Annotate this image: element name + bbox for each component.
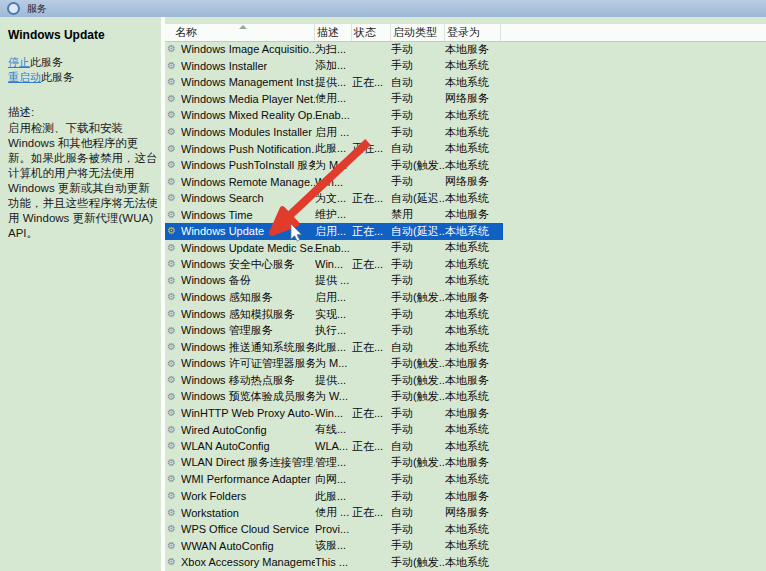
table-row[interactable]: ⚙ Xbox Accessory Manageme... This ... 手动… [165,554,503,571]
table-row[interactable]: ⚙ Workstation 使用 ... 正在... 自动 网络服务 [165,504,503,521]
stop-service-link[interactable]: 停止 [8,56,30,68]
service-rows: ⚙ Windows Image Acquisitio... 为扫... 手动 本… [165,41,766,571]
service-startup-type-cell: 手动 [391,125,445,140]
service-logon-cell: 本地系统 [445,522,501,537]
restart-service-link[interactable]: 重启动 [8,71,41,83]
service-name-cell: Windows Update [181,225,315,237]
service-startup-type-cell: 自动 [391,340,445,355]
sort-ascending-icon [239,25,247,29]
table-row[interactable]: ⚙ Windows 预览体验成员服务 为 W... 手动(触发... 本地系统 [165,388,503,405]
service-name-cell: Windows Update Medic Se... [181,242,315,254]
table-row[interactable]: ⚙ Windows Update Medic Se... Enab... 手动 … [165,240,503,257]
column-header-startup-type[interactable]: 启动类型 [391,24,445,41]
service-logon-cell: 本地系统 [445,257,501,272]
table-row[interactable]: ⚙ Windows Media Player Net... 使用... 手动 网… [165,91,503,108]
table-row[interactable]: ⚙ Windows 感知服务 启用... 手动(触发... 本地服务 [165,289,503,306]
service-status-cell: 正在... [352,505,391,520]
table-row[interactable]: ⚙ Windows Search 为文... 正在... 自动(延迟... 本地… [165,190,503,207]
service-name-cell: WWAN AutoConfig [181,540,315,552]
service-logon-cell: 本地系统 [445,472,501,487]
service-startup-type-cell: 手动 [391,489,445,504]
service-name-cell: Windows Time [181,209,315,221]
service-description-cell: Win... [315,258,352,270]
table-row[interactable]: ⚙ Windows 推送通知系统服务 此服... 正在... 自动 本地系统 [165,339,503,356]
service-description-cell: This ... [315,556,352,568]
table-row[interactable]: ⚙ Windows 感知模拟服务 实现... 手动 本地系统 [165,306,503,323]
table-row[interactable]: ⚙ Windows 许可证管理器服务 为 M... 手动(触发... 本地服务 [165,355,503,372]
service-startup-type-cell: 手动(触发... [391,290,445,305]
column-header-logon-as[interactable]: 登录为 [445,24,501,41]
table-row[interactable]: ⚙ Windows Update 启用... 正在... 自动(延迟... 本地… [165,223,503,240]
table-row[interactable]: ⚙ Windows 移动热点服务 提供... 手动(触发... 本地服务 [165,372,503,389]
table-row[interactable]: ⚙ WLAN Direct 服务连接管理... 管理... 手动(触发... 本… [165,455,503,472]
service-startup-type-cell: 自动 [391,505,445,520]
table-row[interactable]: ⚙ WWAN AutoConfig 该服... 手动 本地系统 [165,537,503,554]
service-gear-icon: ⚙ [165,44,181,54]
service-name-cell: Wired AutoConfig [181,424,315,436]
service-name-cell: WLAN Direct 服务连接管理... [181,455,315,470]
service-startup-type-cell: 手动 [391,42,445,57]
service-logon-cell: 本地系统 [445,158,501,173]
table-row[interactable]: ⚙ Windows Mixed Reality Op... Enab... 手动… [165,107,503,124]
service-name-cell: Windows 移动热点服务 [181,373,315,388]
service-logon-cell: 网络服务 [445,174,501,189]
service-description-cell: 为扫... [315,42,352,57]
service-logon-cell: 本地系统 [445,240,501,255]
table-row[interactable]: ⚙ WPS Office Cloud Service Provi... 手动 本… [165,521,503,538]
service-name-cell: WMI Performance Adapter [181,473,315,485]
service-gear-icon: ⚙ [165,177,181,187]
service-logon-cell: 本地系统 [445,340,501,355]
table-row[interactable]: ⚙ Windows PushToInstall 服务 为 M... 手动(触发.… [165,157,503,174]
table-row[interactable]: ⚙ Windows Installer 添加... 手动 本地系统 [165,58,503,75]
table-row[interactable]: ⚙ Windows Image Acquisitio... 为扫... 手动 本… [165,41,503,58]
service-description-cell: 使用... [315,91,352,106]
table-row[interactable]: ⚙ Windows 管理服务 执行... 手动 本地系统 [165,322,503,339]
service-gear-icon: ⚙ [165,144,181,154]
service-startup-type-cell: 手动 [391,91,445,106]
service-status-cell: 正在... [352,75,391,90]
table-row[interactable]: ⚙ WLAN AutoConfig WLA... 正在... 自动 本地系统 [165,438,503,455]
restart-service-line: 重启动此服务 [8,70,74,85]
service-logon-cell: 本地服务 [445,406,501,421]
table-row[interactable]: ⚙ Windows Time 维护... 禁用 本地服务 [165,206,503,223]
table-row[interactable]: ⚙ Windows Push Notification... 此服... 正在.… [165,140,503,157]
service-gear-icon: ⚙ [165,491,181,501]
table-row[interactable]: ⚙ Work Folders 此服... 手动 本地服务 [165,488,503,505]
service-logon-cell: 本地系统 [445,141,501,156]
service-description-cell: 为 M... [315,356,352,371]
service-name-cell: WLAN AutoConfig [181,440,315,452]
service-startup-type-cell: 手动 [391,240,445,255]
service-startup-type-cell: 手动 [391,472,445,487]
service-startup-type-cell: 手动 [391,58,445,73]
table-row[interactable]: ⚙ WinHTTP Web Proxy Auto-... Win... 正在..… [165,405,503,422]
service-description-cell: 为文... [315,191,352,206]
service-status-cell: 正在... [352,439,391,454]
service-gear-icon: ⚙ [165,441,181,451]
service-gear-icon: ⚙ [165,425,181,435]
column-header-description[interactable]: 描述 [315,24,352,41]
table-row[interactable]: ⚙ Windows Management Inst... 提供... 正在...… [165,74,503,91]
table-row[interactable]: ⚙ Wired AutoConfig 有线... 手动 本地系统 [165,422,503,439]
service-list-header: 名称 描述 状态 启动类型 登录为 [165,24,766,42]
table-row[interactable]: ⚙ WMI Performance Adapter 向网... 手动 本地系统 [165,471,503,488]
service-startup-type-cell: 手动 [391,273,445,288]
service-startup-type-cell: 手动 [391,522,445,537]
service-gear-icon: ⚙ [165,392,181,402]
table-row[interactable]: ⚙ Windows 安全中心服务 Win... 正在... 手动 本地系统 [165,256,503,273]
service-logon-cell: 本地系统 [445,389,501,404]
service-gear-icon: ⚙ [165,243,181,253]
service-description-cell: 提供... [315,75,352,90]
service-gear-icon: ⚙ [165,326,181,336]
service-name-cell: Windows 推送通知系统服务 [181,340,315,355]
table-row[interactable]: ⚙ Windows Remote Manage... Win... 手动 网络服… [165,173,503,190]
service-logon-cell: 本地服务 [445,455,501,470]
service-logon-cell: 本地系统 [445,58,501,73]
column-header-status[interactable]: 状态 [352,24,391,41]
table-row[interactable]: ⚙ Windows 备份 提供 ... 手动 本地系统 [165,273,503,290]
table-row[interactable]: ⚙ Windows Modules Installer 启用 ... 手动 本地… [165,124,503,141]
service-startup-type-cell: 手动 [391,108,445,123]
service-logon-cell: 本地系统 [445,108,501,123]
service-info-panel: Windows Update 停止此服务 重启动此服务 描述: 启用检测、下载和… [0,17,161,571]
service-logon-cell: 本地系统 [445,439,501,454]
services-window: 服务 Windows Update 停止此服务 重启动此服务 描述: 启用检测、… [0,0,766,571]
